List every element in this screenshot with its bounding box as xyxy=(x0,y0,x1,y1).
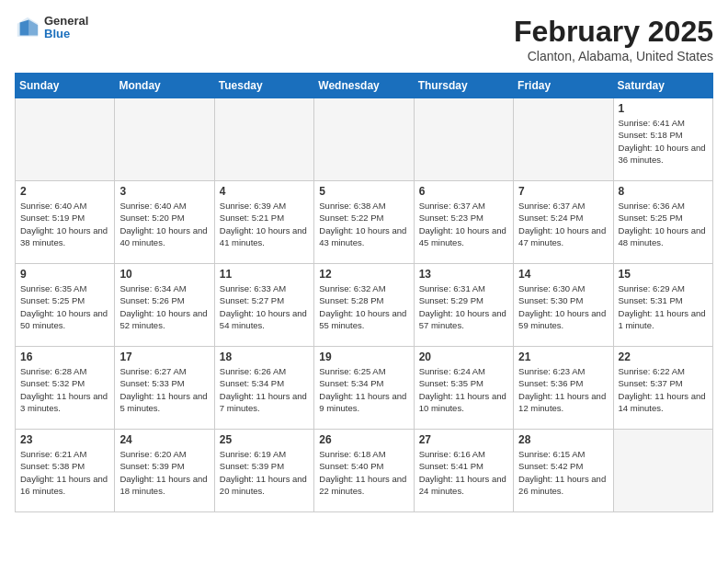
calendar-cell xyxy=(314,98,414,181)
day-info: Sunrise: 6:26 AM Sunset: 5:34 PM Dayligh… xyxy=(220,365,309,414)
calendar-cell xyxy=(214,98,313,181)
calendar-cell: 23Sunrise: 6:21 AM Sunset: 5:38 PM Dayli… xyxy=(16,430,115,512)
day-info: Sunrise: 6:19 AM Sunset: 5:39 PM Dayligh… xyxy=(220,448,309,497)
day-number: 12 xyxy=(319,268,408,281)
calendar-cell xyxy=(16,98,115,181)
day-info: Sunrise: 6:27 AM Sunset: 5:33 PM Dayligh… xyxy=(119,365,209,414)
location: Clanton, Alabama, United States xyxy=(514,49,713,63)
calendar-cell: 20Sunrise: 6:24 AM Sunset: 5:35 PM Dayli… xyxy=(414,347,513,430)
calendar-cell: 16Sunrise: 6:28 AM Sunset: 5:32 PM Dayli… xyxy=(16,347,115,430)
day-number: 26 xyxy=(319,433,408,446)
day-info: Sunrise: 6:37 AM Sunset: 5:23 PM Dayligh… xyxy=(419,200,508,248)
day-info: Sunrise: 6:30 AM Sunset: 5:30 PM Dayligh… xyxy=(518,282,608,331)
calendar-cell: 7Sunrise: 6:37 AM Sunset: 5:24 PM Daylig… xyxy=(514,181,613,264)
day-info: Sunrise: 6:25 AM Sunset: 5:34 PM Dayligh… xyxy=(319,365,408,414)
calendar: SundayMondayTuesdayWednesdayThursdayFrid… xyxy=(15,73,713,512)
calendar-cell: 13Sunrise: 6:31 AM Sunset: 5:29 PM Dayli… xyxy=(414,264,513,347)
logo-icon xyxy=(15,15,40,40)
week-row-1: 1Sunrise: 6:41 AM Sunset: 5:18 PM Daylig… xyxy=(16,98,713,181)
day-info: Sunrise: 6:37 AM Sunset: 5:24 PM Dayligh… xyxy=(518,200,608,248)
calendar-cell: 22Sunrise: 6:22 AM Sunset: 5:37 PM Dayli… xyxy=(613,347,712,430)
calendar-cell: 14Sunrise: 6:30 AM Sunset: 5:30 PM Dayli… xyxy=(514,264,613,347)
calendar-cell: 6Sunrise: 6:37 AM Sunset: 5:23 PM Daylig… xyxy=(414,181,513,264)
day-info: Sunrise: 6:15 AM Sunset: 5:42 PM Dayligh… xyxy=(518,448,608,497)
day-number: 1 xyxy=(619,102,708,115)
day-info: Sunrise: 6:20 AM Sunset: 5:39 PM Dayligh… xyxy=(119,448,209,497)
week-row-4: 16Sunrise: 6:28 AM Sunset: 5:32 PM Dayli… xyxy=(16,347,713,430)
day-info: Sunrise: 6:18 AM Sunset: 5:40 PM Dayligh… xyxy=(319,448,408,497)
week-row-3: 9Sunrise: 6:35 AM Sunset: 5:25 PM Daylig… xyxy=(16,264,713,347)
day-number: 17 xyxy=(119,350,209,363)
calendar-cell: 1Sunrise: 6:41 AM Sunset: 5:18 PM Daylig… xyxy=(613,98,712,181)
day-info: Sunrise: 6:33 AM Sunset: 5:27 PM Dayligh… xyxy=(220,282,309,331)
day-info: Sunrise: 6:34 AM Sunset: 5:26 PM Dayligh… xyxy=(119,282,209,331)
weekday-header-monday: Monday xyxy=(115,74,214,98)
day-info: Sunrise: 6:38 AM Sunset: 5:22 PM Dayligh… xyxy=(319,200,408,248)
calendar-cell xyxy=(514,98,613,181)
day-info: Sunrise: 6:22 AM Sunset: 5:37 PM Dayligh… xyxy=(619,365,708,414)
calendar-cell: 28Sunrise: 6:15 AM Sunset: 5:42 PM Dayli… xyxy=(514,430,613,512)
day-number: 6 xyxy=(419,185,508,198)
day-number: 22 xyxy=(619,350,708,363)
calendar-cell xyxy=(115,98,214,181)
day-number: 9 xyxy=(20,268,109,281)
day-number: 18 xyxy=(220,350,309,363)
day-info: Sunrise: 6:28 AM Sunset: 5:32 PM Dayligh… xyxy=(20,365,109,414)
day-number: 20 xyxy=(419,350,508,363)
logo-text: General Blue xyxy=(44,15,88,41)
calendar-cell: 24Sunrise: 6:20 AM Sunset: 5:39 PM Dayli… xyxy=(115,430,214,512)
day-number: 25 xyxy=(220,433,309,446)
day-info: Sunrise: 6:29 AM Sunset: 5:31 PM Dayligh… xyxy=(619,282,708,331)
weekday-header-friday: Friday xyxy=(514,74,613,98)
calendar-cell: 25Sunrise: 6:19 AM Sunset: 5:39 PM Dayli… xyxy=(214,430,313,512)
calendar-cell: 27Sunrise: 6:16 AM Sunset: 5:41 PM Dayli… xyxy=(414,430,513,512)
calendar-cell: 9Sunrise: 6:35 AM Sunset: 5:25 PM Daylig… xyxy=(16,264,115,347)
svg-marker-2 xyxy=(20,20,29,36)
day-info: Sunrise: 6:40 AM Sunset: 5:20 PM Dayligh… xyxy=(119,200,209,248)
calendar-cell: 18Sunrise: 6:26 AM Sunset: 5:34 PM Dayli… xyxy=(214,347,313,430)
day-info: Sunrise: 6:24 AM Sunset: 5:35 PM Dayligh… xyxy=(419,365,508,414)
logo-blue: Blue xyxy=(44,28,88,40)
month-title: February 2025 xyxy=(514,15,713,49)
day-number: 7 xyxy=(518,185,608,198)
day-info: Sunrise: 6:32 AM Sunset: 5:28 PM Dayligh… xyxy=(319,282,408,331)
day-info: Sunrise: 6:23 AM Sunset: 5:36 PM Dayligh… xyxy=(518,365,608,414)
day-number: 11 xyxy=(220,268,309,281)
calendar-cell: 17Sunrise: 6:27 AM Sunset: 5:33 PM Dayli… xyxy=(115,347,214,430)
week-row-5: 23Sunrise: 6:21 AM Sunset: 5:38 PM Dayli… xyxy=(16,430,713,512)
calendar-cell: 12Sunrise: 6:32 AM Sunset: 5:28 PM Dayli… xyxy=(314,264,414,347)
day-number: 10 xyxy=(119,268,209,281)
weekday-header-row: SundayMondayTuesdayWednesdayThursdayFrid… xyxy=(16,74,713,98)
weekday-header-wednesday: Wednesday xyxy=(314,74,414,98)
calendar-cell: 19Sunrise: 6:25 AM Sunset: 5:34 PM Dayli… xyxy=(314,347,414,430)
weekday-header-sunday: Sunday xyxy=(16,74,115,98)
day-info: Sunrise: 6:16 AM Sunset: 5:41 PM Dayligh… xyxy=(419,448,508,497)
page-header: General Blue February 2025 Clanton, Alab… xyxy=(15,15,713,63)
logo: General Blue xyxy=(15,15,88,41)
calendar-cell: 3Sunrise: 6:40 AM Sunset: 5:20 PM Daylig… xyxy=(115,181,214,264)
title-area: February 2025 Clanton, Alabama, United S… xyxy=(514,15,713,63)
calendar-cell: 21Sunrise: 6:23 AM Sunset: 5:36 PM Dayli… xyxy=(514,347,613,430)
day-number: 5 xyxy=(319,185,408,198)
day-number: 14 xyxy=(518,268,608,281)
day-number: 4 xyxy=(220,185,309,198)
week-row-2: 2Sunrise: 6:40 AM Sunset: 5:19 PM Daylig… xyxy=(16,181,713,264)
calendar-cell: 11Sunrise: 6:33 AM Sunset: 5:27 PM Dayli… xyxy=(214,264,313,347)
calendar-cell xyxy=(613,430,712,512)
weekday-header-tuesday: Tuesday xyxy=(214,74,313,98)
day-number: 23 xyxy=(20,433,109,446)
day-number: 8 xyxy=(619,185,708,198)
day-number: 2 xyxy=(20,185,109,198)
day-number: 16 xyxy=(20,350,109,363)
calendar-cell: 2Sunrise: 6:40 AM Sunset: 5:19 PM Daylig… xyxy=(16,181,115,264)
logo-general: General xyxy=(44,15,88,28)
calendar-cell: 10Sunrise: 6:34 AM Sunset: 5:26 PM Dayli… xyxy=(115,264,214,347)
weekday-header-saturday: Saturday xyxy=(613,74,712,98)
calendar-cell: 8Sunrise: 6:36 AM Sunset: 5:25 PM Daylig… xyxy=(613,181,712,264)
day-number: 27 xyxy=(419,433,508,446)
calendar-cell: 5Sunrise: 6:38 AM Sunset: 5:22 PM Daylig… xyxy=(314,181,414,264)
day-number: 3 xyxy=(119,185,209,198)
day-number: 28 xyxy=(518,433,608,446)
weekday-header-thursday: Thursday xyxy=(414,74,513,98)
calendar-cell: 4Sunrise: 6:39 AM Sunset: 5:21 PM Daylig… xyxy=(214,181,313,264)
